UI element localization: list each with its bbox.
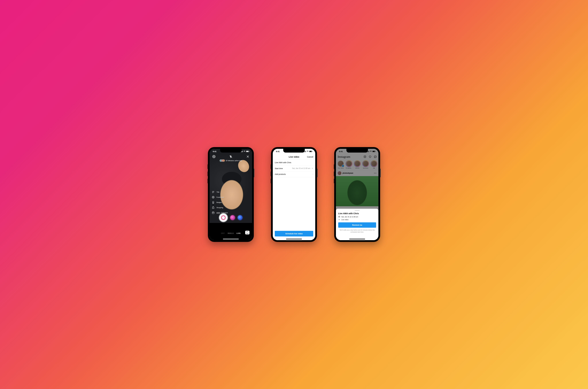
broadcast-icon: [221, 216, 225, 220]
gear-icon: [212, 155, 215, 158]
svg-rect-16: [339, 216, 340, 218]
start-time-value: Sat, Jan 31 at 11:00 am: [292, 167, 310, 169]
add-products-field[interactable]: Add products ›: [273, 171, 315, 177]
status-time: 9:41: [276, 150, 280, 153]
start-time-label: Start time: [275, 167, 283, 169]
live-topbar: [209, 155, 252, 159]
add-products-label: Add products: [275, 173, 286, 175]
flip-camera-button[interactable]: [245, 231, 249, 234]
flash-off-icon: [229, 155, 233, 158]
cancel-button[interactable]: Cancel: [307, 156, 313, 158]
badge-icon: [212, 201, 215, 204]
broadcast-icon: [338, 219, 340, 221]
form-title: Live video: [289, 156, 299, 158]
sheet-type: Live video: [338, 219, 376, 221]
option-title[interactable]: Title: [212, 191, 228, 194]
calendar-icon: [338, 216, 340, 218]
svg-point-20: [339, 220, 339, 220]
sheet-when: Sat, Jan 31 at 11:00 am: [338, 216, 376, 218]
effect-preset-2[interactable]: [237, 215, 242, 220]
option-badges-label: Badges: [216, 201, 222, 203]
svg-point-8: [212, 201, 214, 203]
live-options: Title Fundraiser Badges Shopping NEW Sch…: [212, 191, 228, 214]
status-time: 9:41: [339, 150, 343, 153]
remind-me-button[interactable]: Remind me: [338, 222, 376, 228]
followers-avatars: [220, 160, 225, 162]
schedule-live-button[interactable]: Schedule live video: [275, 231, 313, 236]
status-time: 9:41: [213, 150, 216, 153]
svg-point-0: [213, 156, 214, 157]
option-shopping[interactable]: Shopping: [212, 206, 228, 209]
effect-preset-1[interactable]: [230, 215, 235, 220]
home-indicator[interactable]: [223, 239, 239, 239]
option-fundraiser[interactable]: Fundraiser: [212, 196, 228, 199]
sheet-type-text: Live video: [341, 219, 349, 221]
notch: [283, 149, 305, 153]
heart-circle-icon: [212, 196, 215, 199]
battery-icon: [372, 151, 375, 152]
sheet-when-text: Sat, Jan 31 at 11:00 am: [341, 216, 358, 218]
shopping-bag-icon: [212, 206, 215, 209]
option-fundraiser-label: Fundraiser: [216, 196, 224, 198]
battery-icon: [309, 151, 312, 152]
wifi-icon: [243, 151, 245, 152]
chevron-right-icon: ›: [313, 173, 313, 175]
title-value: Live AMA with Chris: [275, 162, 291, 164]
close-button[interactable]: [246, 155, 250, 159]
go-live-button[interactable]: [219, 213, 228, 222]
svg-point-7: [212, 196, 214, 198]
settings-button[interactable]: [212, 155, 216, 159]
reminder-sheet: Live AMA with Chris Sat, Jan 31 at 11:00…: [336, 209, 379, 240]
wifi-icon: [370, 151, 372, 152]
schedule-form: Live video Cancel Live AMA with Chris St…: [273, 149, 315, 240]
remind-me-label: Remind me: [352, 224, 362, 226]
mode-reels[interactable]: REELS: [228, 232, 234, 234]
home-indicator[interactable]: [286, 239, 302, 239]
followers-active-label: 32 followers active now: [226, 160, 242, 162]
mode-live[interactable]: LIVE: [236, 232, 241, 234]
phone-schedule-form: 9:41 Live video Cancel Live AMA with Chr…: [271, 147, 317, 242]
schedule-live-label: Schedule live video: [285, 232, 303, 235]
flash-off-button[interactable]: [229, 155, 233, 159]
battery-icon: [246, 151, 249, 152]
clear-start-time-button[interactable]: ✕: [312, 167, 313, 169]
title-icon: [212, 191, 215, 194]
capture-row: [209, 213, 252, 222]
phone-feed-reminder: 9:41 Instagram: [334, 147, 380, 242]
wifi-icon: [307, 151, 309, 152]
notch: [346, 149, 368, 153]
option-badges[interactable]: Badges: [212, 201, 228, 204]
home-indicator[interactable]: [349, 239, 365, 239]
followers-active: 32 followers active now: [209, 160, 252, 162]
start-time-field[interactable]: Start time Sat, Jan 31 at 11:00 am ✕: [273, 165, 315, 171]
option-shopping-label: Shopping: [216, 207, 223, 208]
title-field[interactable]: Live AMA with Chris: [273, 160, 315, 165]
sheet-title: Live AMA with Chris: [338, 212, 376, 215]
close-icon: [246, 155, 249, 158]
notch: [220, 149, 242, 153]
sheet-grabber[interactable]: [355, 210, 360, 211]
option-title-label: Title: [216, 191, 219, 193]
flip-camera-icon: [246, 231, 249, 234]
phone-live-setup: 9:41 32 followers active now: [208, 147, 254, 242]
sheet-note: We'll notify you a day before and 15 min…: [338, 229, 376, 233]
form-header: Live video Cancel: [273, 154, 315, 160]
mode-story[interactable]: ORY: [221, 232, 225, 234]
